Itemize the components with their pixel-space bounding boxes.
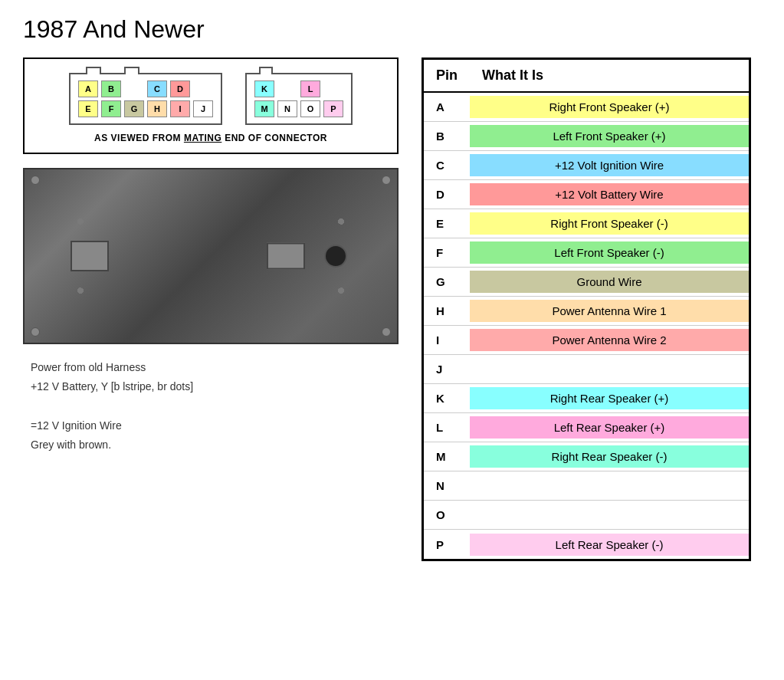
pin-label: F	[424, 241, 470, 264]
pin-J: J	[193, 100, 213, 117]
pin-label: K	[424, 387, 470, 409]
radio-hole	[324, 245, 347, 268]
pin-C: C	[147, 80, 167, 97]
pin-M: M	[254, 100, 274, 117]
notes-line2: +12 V Battery, Y [b lstripe, br dots]	[31, 377, 399, 396]
notes-line3: =12 V Ignition Wire	[31, 416, 399, 435]
table-row: ARight Front Speaker (+)	[424, 93, 749, 122]
pin-description: Left Rear Speaker (+)	[470, 416, 749, 439]
pin-N: N	[277, 100, 297, 117]
pin-description: Power Antenna Wire 1	[470, 300, 749, 322]
notes: Power from old Harness +12 V Battery, Y …	[23, 358, 399, 455]
left-bottom-row: E F G H I J	[78, 100, 213, 117]
pin-label: J	[424, 358, 470, 380]
pin-H: H	[147, 100, 167, 117]
pin-table: Pin What It Is ARight Front Speaker (+)B…	[422, 57, 751, 561]
table-row: BLeft Front Speaker (+)	[424, 122, 749, 151]
pin-label: I	[424, 329, 470, 351]
pin-O: O	[300, 100, 320, 117]
pin-description: Ground Wire	[470, 271, 749, 293]
table-row: PLeft Rear Speaker (-)	[424, 530, 749, 559]
pin-F: F	[101, 100, 121, 117]
screw-bl	[31, 327, 40, 337]
pin-I: I	[170, 100, 190, 117]
pin-E: E	[78, 100, 98, 117]
pin-label: C	[424, 154, 470, 176]
radio-connector-left	[71, 241, 109, 271]
pin-description: Left Rear Speaker (-)	[470, 534, 749, 556]
pin-G: G	[124, 100, 144, 117]
pin-description: +12 Volt Ignition Wire	[470, 154, 749, 176]
notes-line1: Power from old Harness	[31, 358, 399, 377]
pin-spacer1	[124, 80, 144, 97]
pin-K: K	[254, 80, 274, 97]
header-what: What It Is	[482, 67, 736, 84]
pin-rows: ARight Front Speaker (+)BLeft Front Spea…	[424, 93, 749, 559]
table-row: FLeft Front Speaker (-)	[424, 238, 749, 268]
pin-label: O	[424, 504, 470, 526]
pin-description: Left Front Speaker (-)	[470, 241, 749, 264]
pin-A: A	[78, 80, 98, 97]
right-bottom-row: M N O P	[254, 100, 343, 117]
notes-line4: Grey with brown.	[31, 435, 399, 455]
pin-label: M	[424, 445, 470, 468]
pin-description: Right Rear Speaker (+)	[470, 387, 749, 409]
table-row: J	[424, 355, 749, 384]
pin-B: B	[101, 80, 121, 97]
pin-D: D	[170, 80, 190, 97]
pin-description	[470, 511, 749, 520]
table-row: GGround Wire	[424, 268, 749, 297]
pin-description	[470, 481, 749, 491]
table-row: LLeft Rear Speaker (+)	[424, 413, 749, 442]
table-row: O	[424, 501, 749, 530]
pin-table-header: Pin What It Is	[424, 60, 749, 93]
table-row: N	[424, 471, 749, 501]
screw-tl	[31, 176, 40, 185]
pin-label: L	[424, 416, 470, 439]
pin-label: P	[424, 534, 470, 556]
pin-description: Right Front Speaker (+)	[470, 96, 749, 118]
left-column: A B C D E F G H I J	[23, 57, 399, 455]
table-row: C+12 Volt Ignition Wire	[424, 151, 749, 180]
table-row: KRight Rear Speaker (+)	[424, 384, 749, 413]
pin-label: N	[424, 475, 470, 497]
table-row: HPower Antenna Wire 1	[424, 297, 749, 326]
pin-description: Right Rear Speaker (-)	[470, 445, 749, 468]
connector-row: A B C D E F G H I J	[40, 73, 382, 125]
pin-description: Left Front Speaker (+)	[470, 125, 749, 147]
pin-label: E	[424, 212, 470, 235]
page-title: 1987 And Newer	[23, 15, 761, 44]
pin-label: B	[424, 125, 470, 147]
pin-description: +12 Volt Battery Wire	[470, 183, 749, 205]
pin-spacer2	[277, 80, 297, 97]
right-top-row: K L	[254, 80, 343, 97]
radio-connector-right	[267, 243, 305, 270]
connector-label-underline: MATING	[184, 133, 221, 143]
table-row: ERight Front Speaker (-)	[424, 209, 749, 238]
table-row: IPower Antenna Wire 2	[424, 326, 749, 355]
connector-label: AS VIEWED FROM MATING END OF CONNECTOR	[40, 133, 382, 143]
table-row: D+12 Volt Battery Wire	[424, 180, 749, 209]
header-pin: Pin	[436, 67, 482, 84]
pin-description: Right Front Speaker (-)	[470, 212, 749, 235]
pin-label: A	[424, 96, 470, 118]
pin-P: P	[323, 100, 343, 117]
connector-diagram: A B C D E F G H I J	[23, 57, 399, 154]
pin-L: L	[300, 80, 320, 97]
radio-photo	[23, 168, 399, 344]
pin-description: Power Antenna Wire 2	[470, 329, 749, 351]
pin-label: D	[424, 183, 470, 205]
table-row: MRight Rear Speaker (-)	[424, 442, 749, 471]
pin-description	[470, 365, 749, 374]
screw-tr	[382, 176, 391, 185]
left-top-row: A B C D	[78, 80, 213, 97]
pin-label: H	[424, 300, 470, 322]
screw-br	[382, 327, 391, 337]
pin-label: G	[424, 271, 470, 293]
